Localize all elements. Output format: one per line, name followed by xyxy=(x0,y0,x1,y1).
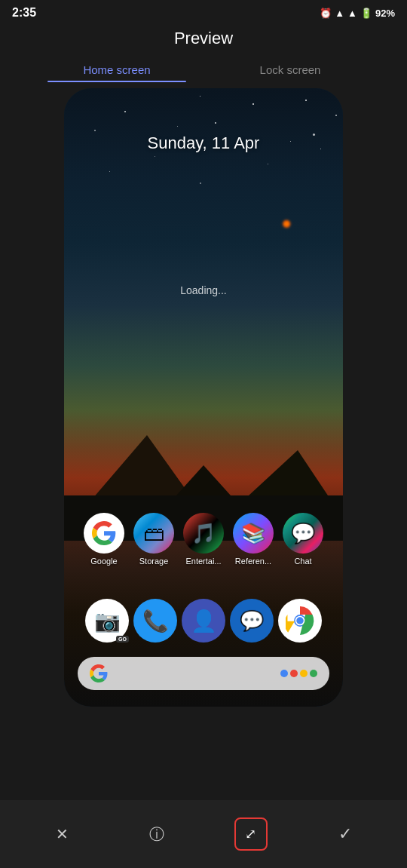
dock-messages[interactable]: 💬 xyxy=(230,599,274,643)
tab-lock-screen[interactable]: Lock screen xyxy=(204,57,377,82)
dot-yellow xyxy=(300,670,308,677)
app-label-storage: Storage xyxy=(139,557,169,566)
dock: 📷 GO 📞 👤 💬 xyxy=(64,599,343,643)
phone-preview: Sunday, 11 Apr Loading... Google 🗃 xyxy=(64,88,343,707)
app-icon-storage: 🗃 xyxy=(133,513,174,554)
page-title: Preview xyxy=(0,23,407,48)
check-icon: ✓ xyxy=(338,824,352,844)
app-label-reference: Referen... xyxy=(235,557,271,566)
expand-icon: ⤢ xyxy=(245,826,256,842)
dock-camera[interactable]: 📷 GO xyxy=(85,599,129,643)
app-chat[interactable]: 💬 Chat xyxy=(280,513,326,566)
dock-chrome[interactable] xyxy=(278,599,322,643)
app-entertain[interactable]: 🎵 Entertai... xyxy=(181,513,226,566)
app-row-1: Google 🗃 Storage 🎵 Entertai... 📚 Referen… xyxy=(79,513,328,566)
signal-icon: ▲ xyxy=(347,8,357,19)
tab-bar: Home screen Lock screen xyxy=(0,57,407,82)
phone-date: Sunday, 11 Apr xyxy=(64,133,343,153)
app-storage[interactable]: 🗃 Storage xyxy=(131,513,176,566)
go-badge: GO xyxy=(116,636,129,643)
app-icon-reference: 📚 xyxy=(233,513,274,554)
tab-home-screen[interactable]: Home screen xyxy=(30,57,204,82)
dock-phone[interactable]: 📞 xyxy=(133,599,177,643)
bottom-nav: ✕ ⓘ ⤢ ✓ xyxy=(0,800,407,868)
app-label-entertain: Entertai... xyxy=(185,557,221,566)
battery-level: 92% xyxy=(375,8,395,19)
alarm-icon: ⏰ xyxy=(320,8,332,19)
google-g-logo xyxy=(90,664,108,682)
info-icon: ⓘ xyxy=(149,824,164,845)
dot-green xyxy=(310,670,317,677)
app-icon-chat: 💬 xyxy=(283,513,323,554)
app-grid: Google 🗃 Storage 🎵 Entertai... 📚 Referen… xyxy=(64,513,343,575)
expand-button[interactable]: ⤢ xyxy=(234,817,268,851)
check-button[interactable]: ✓ xyxy=(329,817,362,851)
close-icon: ✕ xyxy=(56,825,69,843)
close-button[interactable]: ✕ xyxy=(46,817,79,851)
dot-blue xyxy=(280,670,288,677)
camera-icon: 📷 xyxy=(94,609,121,633)
search-bar[interactable] xyxy=(78,657,329,690)
status-bar: 2:35 ⏰ ▲ ▲ 🔋 92% xyxy=(0,0,407,23)
dock-contacts[interactable]: 👤 xyxy=(182,599,225,643)
loading-text: Loading... xyxy=(64,284,343,296)
app-google[interactable]: Google xyxy=(81,513,127,566)
battery-icon: 🔋 xyxy=(360,8,372,19)
messages-icon: 💬 xyxy=(240,609,264,633)
status-time: 2:35 xyxy=(12,6,36,20)
status-icons: ⏰ ▲ ▲ 🔋 92% xyxy=(320,8,395,19)
app-icon-google xyxy=(84,513,124,554)
dot-red xyxy=(290,670,298,677)
chrome-icon xyxy=(286,606,314,635)
info-button[interactable]: ⓘ xyxy=(140,817,173,851)
phone-icon: 📞 xyxy=(142,609,169,633)
svg-point-2 xyxy=(296,617,304,624)
contacts-icon: 👤 xyxy=(191,609,217,633)
google-dots xyxy=(280,670,317,677)
app-reference[interactable]: 📚 Referen... xyxy=(231,513,276,566)
app-label-google: Google xyxy=(90,557,117,566)
app-label-chat: Chat xyxy=(294,557,311,566)
wifi-icon: ▲ xyxy=(335,8,344,19)
app-icon-entertain: 🎵 xyxy=(183,513,224,554)
